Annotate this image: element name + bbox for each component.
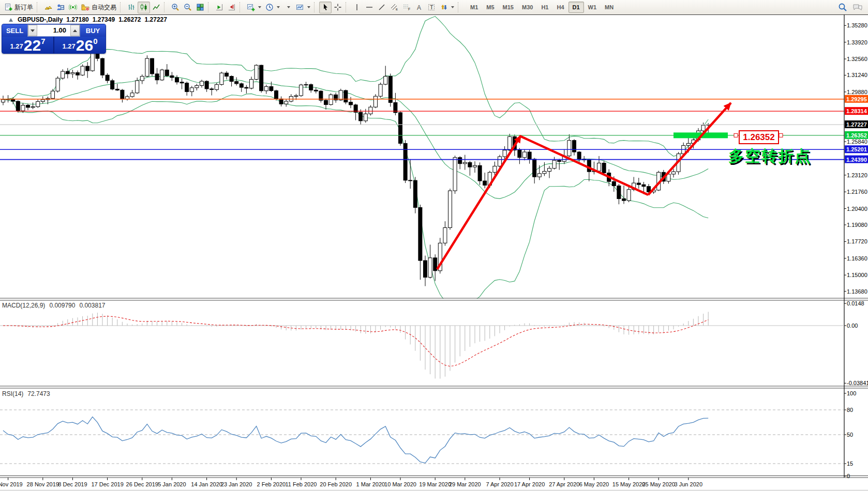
svg-text:1.15000: 1.15000 [847,272,867,278]
chart-shift-button[interactable] [226,2,238,13]
timeframe-button-H4[interactable]: H4 [552,2,568,13]
autotrading-button[interactable]: 自动交易 [79,2,118,13]
rsi-value: 72.7473 [27,390,50,397]
svg-text:-0.038415: -0.038415 [847,380,868,386]
timeframe-button-M5[interactable]: M5 [482,2,498,13]
toolbar: 新订单 自动交易 [0,0,868,14]
svg-text:1.32560: 1.32560 [847,56,867,62]
text-label-icon: T [427,3,436,11]
svg-text:1.24390: 1.24390 [846,157,867,163]
new-order-icon [4,3,12,11]
horizontal-line-button[interactable] [363,2,376,13]
toolbar-separator [458,2,461,12]
svg-text:1.23120: 1.23120 [847,172,867,178]
buy-price-button[interactable]: 1.27 26 0 [54,37,106,53]
crosshair-button[interactable] [332,2,344,13]
volume-value[interactable]: 1.00 [37,25,70,36]
line-chart-button[interactable] [150,2,162,13]
svg-text:1.16360: 1.16360 [847,255,867,262]
svg-text:28 Nov 2019: 28 Nov 2019 [27,481,59,487]
navigator-button[interactable] [54,2,67,13]
svg-text:5 Jan 2020: 5 Jan 2020 [158,481,186,487]
svg-text:1.13680: 1.13680 [847,288,867,295]
timeframe-button-D1[interactable]: D1 [568,2,584,13]
volume-decrease-button[interactable] [28,25,37,36]
toolbar-separator [164,2,168,12]
profiles-button[interactable] [294,2,312,13]
zoom-out-button[interactable] [182,2,194,13]
ohlc-low: 1.26272 [118,16,141,23]
toolbar-right [838,3,866,12]
bar-chart-button[interactable] [125,2,138,13]
signals-button[interactable] [67,2,79,13]
zoom-out-icon [184,3,192,11]
toolbar-separator [314,2,318,12]
chart-symbol-icon [8,17,14,22]
sell-price-big: 22 [24,39,41,52]
toolbar-separator [346,2,349,12]
dropdown-arrow-icon [277,6,280,8]
timeframe-button-H1[interactable]: H1 [537,2,552,13]
symbol-period-label: GBPUSD-,Daily [18,16,63,23]
svg-text:2 Feb 2020: 2 Feb 2020 [257,481,286,487]
search-icon[interactable] [838,3,847,12]
dropdown-arrow-icon [287,6,290,8]
fibonacci-button[interactable]: F [400,2,413,13]
tile-windows-button[interactable] [194,2,206,13]
rsi-name: RSI(14) [2,390,23,397]
one-click-trading-panel: SELL 1.00 BUY 1.27 22 7 1.27 26 0 [2,24,106,54]
svg-text:1.17720: 1.17720 [847,238,867,244]
timeframe-button-MN[interactable]: MN [601,2,618,13]
macd-indicator-label: MACD(12,26,9) 0.009790 0.003817 [2,302,106,309]
text-label-button[interactable]: T [425,2,438,13]
price-level-callout[interactable]: 1.26352 [739,130,779,144]
indicators-dropdown-button[interactable] [282,2,294,13]
buy-price-pip: 0 [93,37,97,45]
volume-increase-button[interactable] [70,25,80,36]
svg-text:1.31240: 1.31240 [847,72,867,78]
volume-control: 1.00 [27,24,80,37]
new-order-button[interactable]: 新订单 [2,2,35,13]
trendline-button[interactable] [376,2,388,13]
date-axis-label: 3 Jun 2020 [675,481,702,487]
toolbar-separator [37,2,40,12]
timeframe-button-M1[interactable]: M1 [466,2,482,13]
arrows-button[interactable] [438,2,456,13]
timeframe-button-M15[interactable]: M15 [499,2,518,13]
chat-icon[interactable] [852,3,863,12]
svg-text:29 Mar 2020: 29 Mar 2020 [449,481,481,487]
price-chart[interactable]: 1.352801.339201.325601.312401.298801.258… [0,0,868,491]
timeframe-button-M30[interactable]: M30 [518,2,537,13]
sell-price-button[interactable]: 1.27 22 7 [2,37,53,53]
candlestick-chart-icon [140,3,148,11]
auto-scroll-button[interactable] [213,2,226,13]
toolbar-separator [240,2,243,12]
zoom-in-button[interactable] [169,2,182,13]
toolbar-separator [208,2,212,12]
ohlc-open: 1.27180 [66,16,88,23]
svg-text:10 Mar 2020: 10 Mar 2020 [384,481,416,487]
timeframe-button-W1[interactable]: W1 [584,2,601,13]
profiles-icon [296,3,304,11]
templates-button[interactable] [245,2,263,13]
autotrading-label: 自动交易 [92,3,116,12]
mt4-window: 新订单 自动交易 [0,0,868,491]
svg-text:1.35280: 1.35280 [847,22,867,28]
svg-text:A: A [417,4,421,11]
sell-tab[interactable]: SELL [2,24,27,37]
sell-price-prefix: 1.27 [10,42,23,50]
equidistant-channel-button[interactable]: E [388,2,400,13]
candlestick-chart-button[interactable] [138,2,150,13]
buy-tab[interactable]: BUY [80,24,106,37]
vertical-line-button[interactable] [351,2,363,13]
svg-text:9 Nov 2019: 9 Nov 2019 [0,481,23,487]
channel-icon: E [390,3,398,11]
annotation-text[interactable]: 多空转折点 [728,146,811,167]
text-button[interactable]: A [413,2,425,13]
svg-text:14 Jan 2020: 14 Jan 2020 [191,481,222,487]
periods-button[interactable] [263,2,282,13]
cursor-button[interactable] [319,2,332,13]
svg-text:1.25840: 1.25840 [847,139,867,145]
symbols-button[interactable] [42,2,54,13]
bar-chart-icon [127,3,136,11]
